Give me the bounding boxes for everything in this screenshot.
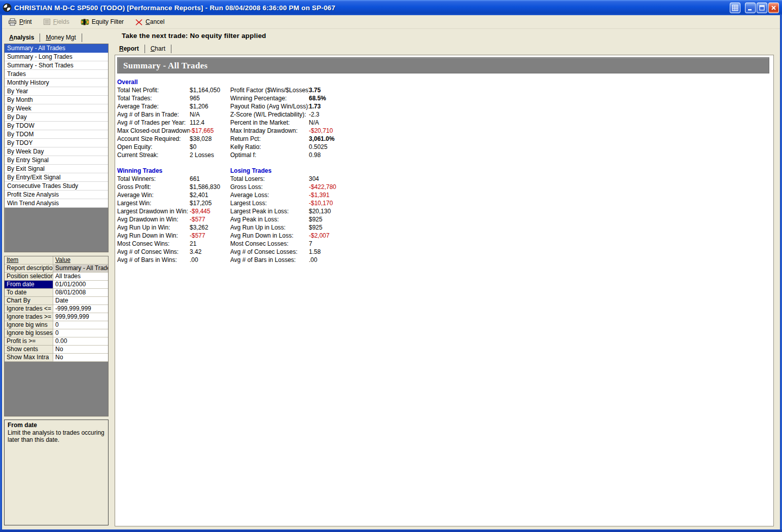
param-value[interactable]: 0.00	[53, 337, 108, 346]
metric-value: $2,401	[190, 191, 230, 199]
tab-chart[interactable]: Chart	[149, 45, 167, 52]
param-value[interactable]: No	[53, 346, 108, 354]
metric-value: .00	[190, 256, 230, 264]
tab-report[interactable]: Report	[117, 45, 141, 52]
report-title: Summary - All Trades	[123, 61, 207, 70]
maximize-button[interactable]	[757, 3, 767, 13]
param-row-show-cents[interactable]: Show cents No	[5, 346, 108, 354]
tab-separator	[145, 45, 145, 53]
list-item-monthly-history[interactable]: Monthly History	[5, 79, 108, 87]
metric-label: Largest Drawdown in Win:	[117, 207, 190, 215]
parameters-table: Item Value Report description Summary - …	[4, 256, 109, 416]
fields-button[interactable]: Fields	[43, 18, 69, 25]
metric-label: Max Closed-out Drawdown:	[117, 127, 190, 135]
param-row-report-description[interactable]: Report description Summary - All Trades	[5, 264, 108, 273]
filter-spool-icon	[81, 18, 89, 26]
tab-analysis[interactable]: Analysis	[7, 34, 36, 41]
metric-label: Winning Percentage:	[230, 94, 309, 102]
list-item-by-year[interactable]: By Year	[5, 87, 108, 96]
grid-button[interactable]	[730, 3, 740, 13]
metric-value: -2.3	[309, 110, 400, 119]
list-item-by-tdoy[interactable]: By TDOY	[5, 139, 108, 147]
list-item-by-week-day[interactable]: By Week Day	[5, 147, 108, 156]
list-item-by-exit-signal[interactable]: By Exit Signal	[5, 165, 108, 173]
param-value[interactable]: Date	[53, 297, 108, 305]
close-button[interactable]	[768, 3, 779, 13]
list-item-by-tdom[interactable]: By TDOM	[5, 130, 108, 139]
list-item-by-month[interactable]: By Month	[5, 96, 108, 104]
param-row-ignore-trades-gte[interactable]: Ignore trades >= 999,999,999	[5, 313, 108, 321]
list-item-by-entry-exit-signal[interactable]: By Entry/Exit Signal	[5, 173, 108, 182]
app-gauge-icon	[3, 3, 12, 12]
equity-filter-button[interactable]: Equity Filter	[81, 18, 124, 26]
metric-value: 3.42	[190, 248, 230, 256]
list-item-profit-size-analysis[interactable]: Profit Size Analysis	[5, 191, 108, 199]
minimize-button[interactable]	[745, 3, 756, 13]
param-value[interactable]: All trades	[53, 273, 108, 281]
metric-value: 3.75	[309, 86, 400, 94]
fields-label: Fields	[53, 18, 69, 25]
param-value[interactable]: 999,999,999	[53, 313, 108, 321]
window-border-right	[780, 15, 782, 532]
param-value[interactable]: 0	[53, 321, 108, 329]
list-item-by-day[interactable]: By Day	[5, 113, 108, 122]
param-value[interactable]: -999,999,999	[53, 305, 108, 313]
param-row-chart-by[interactable]: Chart By Date	[5, 297, 108, 305]
list-item-trades[interactable]: Trades	[5, 70, 108, 79]
metric-value: -$17,665	[190, 127, 230, 135]
param-row-profit-is-gte[interactable]: Profit is >= 0.00	[5, 337, 108, 346]
list-item-consecutive-trades-study[interactable]: Consecutive Trades Study	[5, 182, 108, 191]
grid-icon	[732, 5, 738, 11]
list-item-summary-all-trades[interactable]: Summary - All Trades	[5, 44, 108, 53]
param-row-to-date[interactable]: To date 08/01/2008	[5, 289, 108, 297]
cancel-button[interactable]: Cancel	[135, 18, 164, 26]
column-header-value[interactable]: Value	[53, 256, 108, 264]
param-row-ignore-big-losses[interactable]: Ignore big losses 0	[5, 329, 108, 337]
list-item-by-week[interactable]: By Week	[5, 104, 108, 113]
red-x-icon	[135, 18, 143, 26]
param-row-ignore-trades-lte[interactable]: Ignore trades <= -999,999,999	[5, 305, 108, 313]
metric-label: Largest Peak in Loss:	[230, 207, 309, 215]
help-box: From date Limit the analysis to trades o…	[4, 420, 109, 525]
metric-value: 1.58	[309, 248, 400, 256]
metric-label: Return Pct:	[230, 135, 309, 143]
param-item: Position selection	[5, 273, 53, 281]
param-item: Profit is >=	[5, 337, 53, 346]
print-label: Print	[19, 18, 32, 25]
metric-label: Largest Loss:	[230, 199, 309, 207]
tab-money-mgt[interactable]: Money Mgt	[44, 34, 78, 41]
metric-value: 112.4	[190, 119, 230, 127]
param-item: Ignore trades <=	[5, 305, 53, 313]
metric-value: .00	[309, 256, 400, 264]
list-item-by-entry-signal[interactable]: By Entry Signal	[5, 156, 108, 165]
param-row-position-selection[interactable]: Position selection All trades	[5, 273, 108, 281]
list-item-win-trend-analysis[interactable]: Win Trend Analysis	[5, 199, 108, 208]
toolbar: Print Fields Equity Filter	[2, 15, 780, 29]
metric-label: Avg Run Down in Loss:	[230, 232, 309, 240]
print-button[interactable]: Print	[8, 18, 32, 26]
tab-separator	[40, 33, 40, 42]
minimize-icon	[747, 5, 754, 11]
param-row-ignore-big-wins[interactable]: Ignore big wins 0	[5, 321, 108, 329]
metric-value: -$2,007	[309, 232, 400, 240]
section-heading-losing-trades: Losing Trades	[230, 167, 400, 175]
param-row-show-max-intra[interactable]: Show Max Intra No	[5, 354, 108, 362]
param-value[interactable]: 01/01/2000	[53, 281, 108, 289]
list-item-summary-long-trades[interactable]: Summary - Long Trades	[5, 53, 108, 61]
list-item-by-tdow[interactable]: By TDOW	[5, 122, 108, 130]
title-bar[interactable]: CHRISTIAN M-D-C SP500 (TODO) [Performanc…	[0, 0, 782, 15]
column-header-item[interactable]: Item	[5, 256, 53, 264]
param-value[interactable]: 08/01/2008	[53, 289, 108, 297]
metric-value: $3,262	[190, 223, 230, 232]
metric-label: Account Size Required:	[117, 135, 190, 143]
param-value[interactable]: Summary - All Trades	[53, 264, 108, 273]
param-value[interactable]: 0	[53, 329, 108, 337]
win-lose-metrics: Winning Trades Losing Trades Total Winne…	[117, 167, 503, 264]
list-item-summary-short-trades[interactable]: Summary - Short Trades	[5, 61, 108, 70]
param-row-from-date[interactable]: From date 01/01/2000	[5, 281, 108, 289]
metric-label: Total Trades:	[117, 94, 190, 102]
equity-filter-label: Equity Filter	[92, 18, 124, 25]
metric-label: Percent in the Market:	[230, 119, 309, 127]
param-value[interactable]: No	[53, 354, 108, 362]
printer-icon	[8, 18, 17, 26]
